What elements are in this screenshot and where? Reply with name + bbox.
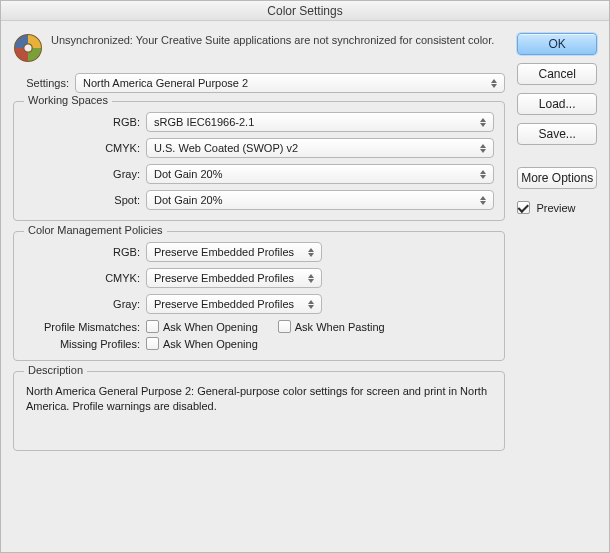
working-spaces-legend: Working Spaces: [24, 94, 112, 106]
ws-cmyk-select[interactable]: U.S. Web Coated (SWOP) v2: [146, 138, 494, 158]
load-button[interactable]: Load...: [517, 93, 597, 115]
mismatch-label: Profile Mismatches:: [24, 321, 140, 333]
description-legend: Description: [24, 364, 87, 376]
color-wheel-icon: [13, 33, 43, 63]
more-options-button[interactable]: More Options: [517, 167, 597, 189]
pol-rgb-select[interactable]: Preserve Embedded Profiles: [146, 242, 322, 262]
pol-cmyk-select[interactable]: Preserve Embedded Profiles: [146, 268, 322, 288]
mismatch-open-text: Ask When Opening: [163, 321, 258, 333]
mismatch-paste-checkbox[interactable]: [278, 320, 291, 333]
preview-checkbox[interactable]: [517, 201, 530, 214]
ok-button[interactable]: OK: [517, 33, 597, 55]
sync-status-row: Unsynchronized: Your Creative Suite appl…: [13, 33, 505, 63]
pol-rgb-label: RGB:: [24, 246, 140, 258]
window-title: Color Settings: [1, 1, 609, 21]
description-text: North America General Purpose 2: General…: [24, 382, 494, 440]
settings-select[interactable]: North America General Purpose 2: [75, 73, 505, 93]
mismatch-open-checkbox[interactable]: [146, 320, 159, 333]
color-settings-dialog: Color Settings Unsynchronized: Your Crea…: [0, 0, 610, 553]
sync-status-text: Unsynchronized: Your Creative Suite appl…: [51, 33, 494, 48]
settings-label: Settings:: [13, 77, 69, 89]
ws-gray-label: Gray:: [24, 168, 140, 180]
policies-group: Color Management Policies RGB: Preserve …: [13, 231, 505, 361]
save-button[interactable]: Save...: [517, 123, 597, 145]
missing-open-checkbox[interactable]: [146, 337, 159, 350]
missing-open-text: Ask When Opening: [163, 338, 258, 350]
ws-spot-select[interactable]: Dot Gain 20%: [146, 190, 494, 210]
cancel-button[interactable]: Cancel: [517, 63, 597, 85]
mismatch-paste-text: Ask When Pasting: [295, 321, 385, 333]
policies-legend: Color Management Policies: [24, 224, 167, 236]
svg-point-1: [24, 44, 32, 52]
description-group: Description North America General Purpos…: [13, 371, 505, 451]
missing-label: Missing Profiles:: [24, 338, 140, 350]
ws-spot-label: Spot:: [24, 194, 140, 206]
ws-cmyk-label: CMYK:: [24, 142, 140, 154]
pol-gray-select[interactable]: Preserve Embedded Profiles: [146, 294, 322, 314]
working-spaces-group: Working Spaces RGB: sRGB IEC61966-2.1 CM…: [13, 101, 505, 221]
ws-rgb-label: RGB:: [24, 116, 140, 128]
preview-label: Preview: [536, 202, 575, 214]
pol-cmyk-label: CMYK:: [24, 272, 140, 284]
pol-gray-label: Gray:: [24, 298, 140, 310]
ws-gray-select[interactable]: Dot Gain 20%: [146, 164, 494, 184]
ws-rgb-select[interactable]: sRGB IEC61966-2.1: [146, 112, 494, 132]
